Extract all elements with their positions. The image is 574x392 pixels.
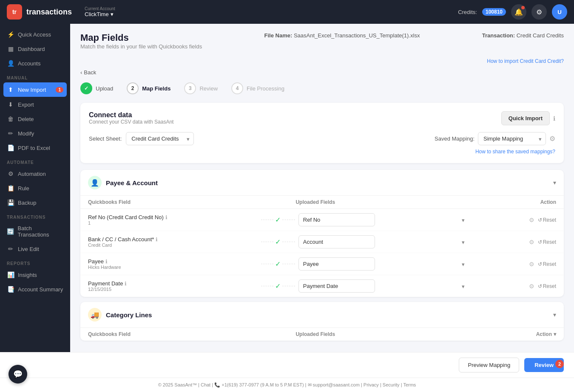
- uploaded-field-ref-no-select[interactable]: Ref No: [298, 213, 375, 226]
- notification-badge: 2: [555, 360, 564, 368]
- preview-mapping-button[interactable]: Preview Mapping: [459, 358, 519, 372]
- settings-button[interactable]: ⚙: [531, 4, 547, 20]
- sidebar-item-batch-transactions[interactable]: 🔄 Batch Transactions: [0, 221, 70, 242]
- uploaded-field-payment-date-select[interactable]: Payment Date: [298, 279, 375, 293]
- account-reset-button[interactable]: ↺ Reset: [538, 239, 556, 245]
- sidebar-item-label: Delete: [18, 116, 34, 122]
- select-sheet-wrapper: Credit Card Credits: [126, 132, 194, 145]
- backup-icon: 💾: [7, 199, 14, 206]
- mapping-help-link[interactable]: How to share the saved mappings?: [475, 149, 555, 155]
- select-sheet-dropdown[interactable]: Credit Card Credits: [126, 132, 194, 145]
- category-action-chevron-icon[interactable]: ▾: [554, 331, 556, 337]
- sidebar-item-accounts[interactable]: 👤 Accounts: [0, 56, 70, 71]
- payee-actions: ⚙ ↺ Reset: [472, 261, 556, 268]
- payment-date-reset-button[interactable]: ↺ Reset: [538, 283, 556, 289]
- footer-terms-link[interactable]: Terms: [403, 382, 416, 387]
- saved-mapping-group: Saved Mapping: Simple Mapping ⚙: [435, 132, 555, 145]
- uploaded-field-account-wrapper: Account: [298, 235, 468, 248]
- user-avatar-button[interactable]: U: [552, 4, 567, 20]
- sidebar-item-label: Insights: [18, 272, 37, 278]
- select-sheet-label: Select Sheet:: [89, 135, 122, 142]
- ref-no-reset-button[interactable]: ↺ Reset: [538, 217, 556, 223]
- current-account-value[interactable]: ClickTime ▾: [85, 11, 115, 17]
- sidebar-item-label: Batch Transactions: [18, 225, 64, 238]
- account-summary-icon: 📑: [7, 286, 14, 293]
- current-account-block: Current Account ClickTime ▾: [85, 6, 115, 17]
- footer-email-link[interactable]: ✉ support@saasant.com: [308, 382, 360, 387]
- app-footer: © 2025 SaasAnt™ | Chat | 📞 +1(619) 377-0…: [0, 378, 574, 392]
- sidebar-item-export[interactable]: ⬇ Export: [0, 97, 70, 112]
- account-gear-icon[interactable]: ⚙: [529, 239, 534, 245]
- new-import-icon: ⬆: [7, 86, 14, 93]
- uploaded-field-payment-date-wrapper: Payment Date: [298, 279, 468, 293]
- sidebar-item-modify[interactable]: ✏ Modify: [0, 126, 70, 141]
- saved-mapping-dropdown[interactable]: Simple Mapping: [478, 132, 546, 145]
- sidebar-item-insights[interactable]: 📊 Insights: [0, 268, 70, 282]
- ref-no-actions: ⚙ ↺ Reset: [472, 217, 556, 223]
- category-uploaded-fields-col-label: Uploaded Fields: [296, 331, 469, 337]
- uploaded-field-payee-select[interactable]: Payee: [298, 257, 375, 271]
- saved-mapping-gear-icon[interactable]: ⚙: [549, 135, 555, 143]
- notifications-button[interactable]: 🔔: [511, 4, 526, 20]
- chat-bubble-button[interactable]: 💬: [9, 365, 27, 384]
- quick-import-button[interactable]: Quick Import: [501, 111, 550, 125]
- footer-security-link[interactable]: Security: [383, 382, 400, 387]
- footer-privacy-link[interactable]: Privacy: [364, 382, 379, 387]
- table-row: Payment Date ℹ 12/15/2015 ✓ Payment Date: [80, 275, 564, 297]
- stepper: ✓ Upload 2 Map Fields 3 Review 4 File Pr…: [80, 82, 564, 94]
- live-edit-icon: ✏: [7, 245, 14, 252]
- sidebar-item-delete[interactable]: 🗑 Delete: [0, 112, 70, 126]
- sidebar-item-pdf-to-excel[interactable]: 📄 PDF to Excel: [0, 141, 70, 155]
- saved-mapping-label: Saved Mapping:: [435, 135, 475, 142]
- quick-import-info-icon[interactable]: ℹ: [553, 115, 555, 122]
- category-lines-chevron-icon[interactable]: ▾: [553, 311, 556, 318]
- sidebar-item-new-import[interactable]: ⬆ New Import 1: [3, 82, 67, 97]
- pdf-to-excel-icon: 📄: [7, 144, 14, 151]
- transaction-label: Transaction:: [482, 32, 515, 39]
- help-link[interactable]: How to import Credit Card Credit?: [487, 58, 564, 64]
- payee-gear-icon[interactable]: ⚙: [529, 261, 534, 268]
- sidebar-item-automation[interactable]: ⚙ Automation: [0, 166, 70, 181]
- sidebar-item-account-summary[interactable]: 📑 Account Summary: [0, 282, 70, 296]
- payee-account-chevron-icon[interactable]: ▾: [553, 179, 556, 186]
- uploaded-fields-col-label: Uploaded Fields: [296, 199, 469, 205]
- step-file-processing: 4 File Processing: [231, 82, 284, 94]
- sidebar-item-label: Account Summary: [18, 286, 63, 293]
- payee-reset-button[interactable]: ↺ Reset: [538, 261, 556, 267]
- sidebar-item-live-edit[interactable]: ✏ Live Edit: [0, 242, 70, 256]
- app-name: transactions: [26, 8, 72, 17]
- credits-value: 100810: [482, 8, 506, 16]
- transactions-section-label: TRANSACTIONS: [0, 210, 70, 221]
- sidebar-item-backup[interactable]: 💾 Backup: [0, 195, 70, 210]
- page-title-block: Map Fields Match the fields in your file…: [80, 32, 202, 56]
- modify-icon: ✏: [7, 130, 14, 137]
- reports-section-label: REPORTS: [0, 256, 70, 268]
- sidebar-item-rule[interactable]: 📋 Rule: [0, 181, 70, 195]
- file-name-label: File Name:: [264, 32, 293, 39]
- table-row: Payee ℹ Hicks Hardware ✓ Payee ⚙: [80, 253, 564, 275]
- category-lines-title: Category Lines: [106, 311, 152, 319]
- uploaded-field-account-select[interactable]: Account: [298, 235, 375, 248]
- payment-date-actions: ⚙ ↺ Reset: [472, 283, 556, 290]
- file-info-block: File Name: SaasAnt_Excel_Transactions_US…: [264, 32, 420, 39]
- step-review: 3 Review: [184, 82, 218, 94]
- batch-transactions-icon: 🔄: [7, 228, 14, 235]
- sidebar-item-dashboard[interactable]: ▦ Dashboard: [0, 42, 70, 56]
- connect-controls: Select Sheet: Credit Card Credits Saved …: [89, 132, 555, 145]
- sidebar-item-label: Dashboard: [18, 46, 45, 52]
- sidebar-item-quick-access[interactable]: ⚡ Quick Access: [0, 27, 70, 42]
- main-layout: ⚡ Quick Access ▦ Dashboard 👤 Accounts MA…: [0, 24, 574, 352]
- step-upload: ✓ Upload: [80, 82, 113, 94]
- action-col-label: Action: [469, 199, 556, 205]
- back-button[interactable]: ‹ Back: [80, 69, 96, 76]
- ref-no-gear-icon[interactable]: ⚙: [529, 217, 534, 223]
- connect-data-subtitle: Connect your CSV data with SaasAnt: [89, 119, 173, 125]
- sidebar-item-label: Automation: [18, 171, 46, 177]
- manual-section-label: MANUAL: [0, 71, 70, 82]
- saved-mapping-wrapper: Simple Mapping: [478, 132, 546, 145]
- app-name-block: transactions: [26, 8, 72, 17]
- step-circle-map-fields: 2: [127, 82, 139, 94]
- payment-date-gear-icon[interactable]: ⚙: [529, 283, 534, 290]
- footer-chat-link[interactable]: Chat: [201, 382, 210, 387]
- rule-icon: 📋: [7, 185, 14, 192]
